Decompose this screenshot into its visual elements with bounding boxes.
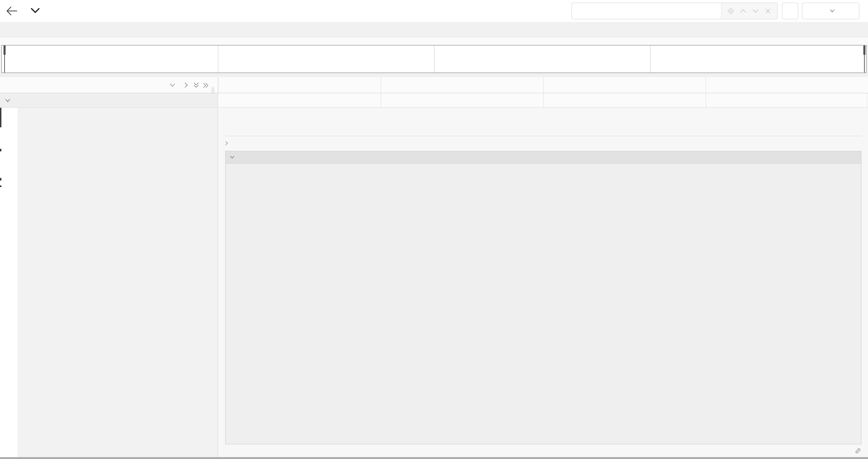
span-detail-accent bbox=[18, 108, 20, 458]
range-scrubber-left[interactable] bbox=[4, 45, 5, 72]
span-collapse-chevron-icon[interactable] bbox=[5, 98, 11, 104]
range-scrubber-right[interactable] bbox=[864, 45, 865, 72]
find-prev-icon[interactable] bbox=[739, 7, 747, 15]
tags-row[interactable] bbox=[224, 140, 234, 146]
back-button[interactable] bbox=[5, 5, 18, 17]
page-bottom-edge bbox=[0, 457, 868, 459]
span-row bbox=[0, 93, 868, 108]
span-duration-bar[interactable] bbox=[219, 97, 867, 101]
service-operation-header-cell bbox=[0, 77, 218, 93]
logs-rows bbox=[226, 163, 861, 165]
expand-all-icon[interactable] bbox=[203, 82, 209, 90]
timeline-header bbox=[0, 77, 868, 93]
timeline-gridline bbox=[543, 77, 544, 93]
timeline-gridline bbox=[218, 77, 219, 93]
minimap-gridline bbox=[434, 45, 434, 72]
span-track bbox=[218, 93, 868, 107]
span-detail-region bbox=[0, 108, 868, 458]
span-id-row bbox=[850, 447, 862, 454]
gutter-mark bbox=[0, 149, 1, 151]
timeline-ruler bbox=[218, 77, 868, 93]
gutter-mark bbox=[0, 108, 1, 127]
trace-minimap[interactable] bbox=[1, 45, 867, 73]
span-name-cell[interactable] bbox=[0, 93, 218, 107]
logs-container bbox=[225, 151, 862, 444]
timeline-gridline bbox=[867, 93, 867, 107]
find-suffix bbox=[721, 3, 777, 19]
logs-footnote bbox=[226, 165, 861, 176]
minimap-ruler bbox=[0, 37, 868, 45]
collapse-one-icon[interactable] bbox=[169, 82, 176, 89]
trace-info-bar bbox=[0, 22, 868, 37]
minimap-gridline bbox=[218, 45, 218, 72]
logs-collapse-chevron-icon bbox=[229, 155, 235, 160]
gutter-mark bbox=[0, 178, 1, 181]
column-resize-grip[interactable] bbox=[211, 87, 215, 94]
page-title bbox=[45, 5, 50, 16]
expand-one-icon[interactable] bbox=[183, 82, 189, 89]
logs-header[interactable] bbox=[226, 151, 861, 163]
trace-timeline-page bbox=[0, 0, 868, 459]
left-gutter bbox=[0, 108, 18, 458]
deep-link-icon[interactable] bbox=[855, 447, 862, 454]
detail-divider bbox=[225, 136, 862, 136]
minimap-gridline bbox=[650, 45, 651, 72]
find-input[interactable] bbox=[572, 3, 721, 19]
collapse-trace-chevron-icon[interactable] bbox=[30, 6, 40, 15]
span-color-accent bbox=[18, 93, 20, 107]
header bbox=[0, 0, 868, 22]
trace-view-selector-button[interactable] bbox=[802, 3, 859, 19]
chevron-down-icon bbox=[830, 9, 835, 13]
span-name-column-fill bbox=[20, 108, 218, 458]
timeline-gridline bbox=[706, 77, 706, 93]
tags-expand-chevron-icon bbox=[224, 140, 229, 146]
clear-find-icon[interactable] bbox=[764, 7, 772, 15]
keyboard-shortcuts-button[interactable] bbox=[782, 3, 798, 19]
span-detail-pane bbox=[219, 108, 868, 458]
locate-icon[interactable] bbox=[727, 7, 735, 15]
timeline-gridline bbox=[380, 77, 381, 93]
find-next-icon[interactable] bbox=[751, 7, 760, 15]
gutter-mark bbox=[0, 186, 1, 187]
find-group bbox=[571, 3, 778, 19]
minimap-gap bbox=[0, 73, 868, 77]
collapse-all-icon[interactable] bbox=[193, 82, 200, 90]
